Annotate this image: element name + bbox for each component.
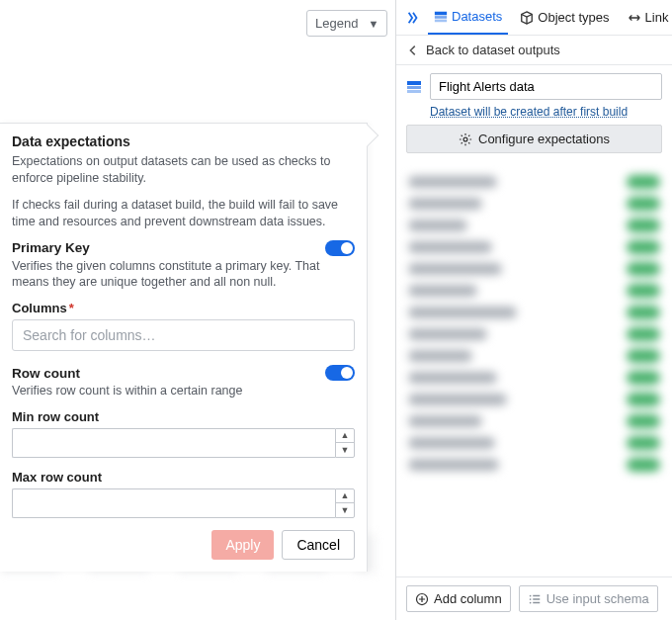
tab-datasets[interactable]: Datasets bbox=[428, 0, 508, 35]
data-expectations-panel: Data expectations Expectations on output… bbox=[0, 123, 368, 572]
row-count-desc: Verifies row count is within a certain r… bbox=[12, 383, 355, 399]
panel-desc-2: If checks fail during a dataset build, t… bbox=[12, 197, 355, 230]
dataset-icon bbox=[406, 79, 422, 95]
max-row-count-down[interactable]: ▼ bbox=[336, 503, 354, 517]
max-row-count-input[interactable] bbox=[12, 488, 335, 518]
svg-point-9 bbox=[529, 598, 531, 600]
columns-search-input[interactable] bbox=[12, 319, 355, 351]
configure-expectations-button[interactable]: Configure expectations bbox=[406, 125, 662, 153]
svg-rect-5 bbox=[407, 90, 421, 93]
add-column-label: Add column bbox=[434, 591, 502, 606]
legend-dropdown-label: Legend bbox=[315, 16, 358, 31]
object-types-icon bbox=[520, 11, 534, 25]
cancel-button[interactable]: Cancel bbox=[282, 530, 355, 560]
dataset-name-row bbox=[396, 65, 672, 104]
svg-point-8 bbox=[529, 594, 531, 596]
row-count-label: Row count bbox=[12, 366, 80, 381]
primary-key-desc: Verifies the given columns constitute a … bbox=[12, 258, 355, 292]
chevron-down-icon: ▼ bbox=[368, 18, 378, 30]
row-count-toggle[interactable] bbox=[325, 365, 355, 381]
columns-label-text: Columns bbox=[12, 301, 67, 315]
max-row-count-label: Max row count bbox=[12, 470, 355, 485]
tab-object-types-label: Object types bbox=[538, 10, 609, 25]
min-row-count-spinners: ▲ ▼ bbox=[335, 428, 355, 458]
use-input-schema-button[interactable]: Use input schema bbox=[519, 585, 658, 612]
expand-icon[interactable] bbox=[404, 9, 422, 27]
list-icon bbox=[528, 592, 542, 606]
min-row-count-label: Min row count bbox=[12, 409, 355, 424]
svg-rect-1 bbox=[435, 16, 447, 19]
right-tabs: Datasets Object types Link types bbox=[396, 0, 672, 36]
back-to-dataset-outputs[interactable]: Back to dataset outputs bbox=[396, 36, 672, 65]
right-footer: Add column Use input schema bbox=[396, 576, 672, 620]
svg-rect-2 bbox=[435, 19, 447, 22]
primary-key-label: Primary Key bbox=[12, 240, 90, 255]
right-panel: Datasets Object types Link types Back to… bbox=[395, 0, 672, 620]
back-label: Back to dataset outputs bbox=[426, 43, 560, 57]
primary-key-toggle[interactable] bbox=[325, 240, 355, 256]
use-input-schema-label: Use input schema bbox=[546, 591, 649, 606]
max-row-count-spinners: ▲ ▼ bbox=[335, 488, 355, 518]
legend-dropdown[interactable]: Legend ▼ bbox=[306, 10, 387, 37]
dataset-created-note-link[interactable]: Dataset will be created after first buil… bbox=[430, 105, 628, 119]
svg-point-6 bbox=[463, 137, 467, 141]
configure-expectations-label: Configure expectations bbox=[478, 132, 610, 146]
columns-label: Columns* bbox=[12, 301, 355, 315]
max-row-count-up[interactable]: ▲ bbox=[336, 489, 354, 503]
min-row-count-down[interactable]: ▼ bbox=[336, 443, 354, 457]
svg-point-10 bbox=[529, 601, 531, 603]
svg-rect-4 bbox=[407, 86, 421, 89]
chevron-left-icon bbox=[406, 44, 420, 57]
tab-datasets-label: Datasets bbox=[452, 9, 502, 24]
svg-rect-0 bbox=[435, 11, 447, 15]
apply-button[interactable]: Apply bbox=[211, 530, 274, 560]
min-row-count-up[interactable]: ▲ bbox=[336, 429, 354, 443]
dataset-created-note: Dataset will be created after first buil… bbox=[396, 104, 672, 125]
dataset-name-input[interactable] bbox=[430, 73, 662, 100]
add-column-button[interactable]: Add column bbox=[406, 585, 511, 612]
datasets-icon bbox=[434, 10, 448, 24]
panel-title: Data expectations bbox=[12, 133, 355, 149]
link-types-icon bbox=[628, 11, 641, 25]
panel-pointer bbox=[357, 125, 379, 147]
min-row-count-input[interactable] bbox=[12, 428, 335, 458]
tab-link-types-label: Link types bbox=[645, 10, 672, 25]
tab-link-types[interactable]: Link types bbox=[622, 0, 672, 35]
gear-icon bbox=[459, 133, 472, 146]
svg-rect-3 bbox=[407, 81, 421, 85]
panel-desc-1: Expectations on output datasets can be u… bbox=[12, 153, 355, 187]
required-asterisk: * bbox=[69, 301, 74, 315]
tab-object-types[interactable]: Object types bbox=[514, 0, 615, 35]
plus-circle-icon bbox=[415, 592, 429, 606]
blurred-column-list bbox=[396, 159, 672, 576]
